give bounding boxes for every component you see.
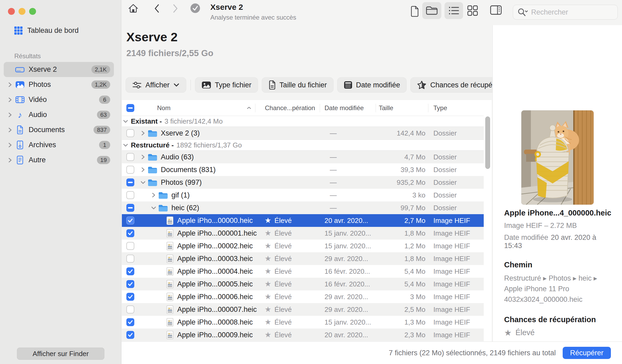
sidebar-item-vid-o[interactable]: Vidéo6 (4, 92, 114, 107)
row-checkbox[interactable] (126, 293, 134, 301)
video-icon (14, 96, 26, 103)
row-checkbox[interactable] (126, 229, 134, 237)
folder-row[interactable]: gif (1)—3 koDossier (122, 189, 484, 201)
group-row[interactable]: Restructuré -1892 fichiers/1,37 Go (122, 140, 484, 151)
sidebar-item-photos[interactable]: Photos1,2K (4, 77, 114, 92)
sidebar-item-documents[interactable]: Documents837 (4, 122, 114, 137)
chance-cell: ★Élevé (255, 318, 320, 326)
zoom-button[interactable] (29, 8, 36, 15)
row-checkbox[interactable] (126, 331, 134, 339)
chevron-down-icon[interactable] (150, 206, 157, 210)
row-checkbox[interactable] (126, 255, 134, 263)
file-row[interactable]: Apple iPho...000007.heic★Élevé29 avr. 20… (122, 303, 484, 316)
column-header-type[interactable]: Type (428, 103, 484, 113)
type-cell: Image HEIF (428, 318, 484, 326)
row-checkbox[interactable] (126, 191, 134, 199)
folder-row[interactable]: Audio (63)—4,7 MoDossier (122, 151, 484, 163)
chevron-right-icon[interactable] (6, 142, 14, 148)
sidebar-item-audio[interactable]: ♪Audio63 (4, 107, 114, 122)
folder-row[interactable]: Xserve 2 (3)—142,4 MoDossier (122, 127, 484, 140)
sidebar-item-dashboard[interactable]: Tableau de bord (14, 26, 79, 35)
chevron-right-icon[interactable] (140, 154, 146, 160)
filter-file-size-button[interactable]: Taille du fichier (262, 77, 334, 93)
row-checkbox[interactable] (126, 280, 134, 288)
photos-icon (14, 81, 26, 88)
chevron-right-icon[interactable] (6, 127, 14, 133)
date-cell: — (320, 204, 376, 212)
folder-row[interactable]: Documents (831)—39,3 MoDossier (122, 163, 484, 176)
chevron-right-icon[interactable] (140, 167, 146, 173)
column-header-size[interactable]: Taille (376, 103, 428, 113)
filter-file-type-button[interactable]: Type fichier (195, 77, 258, 93)
chevron-right-icon[interactable] (6, 82, 14, 88)
forward-button[interactable] (172, 3, 179, 14)
row-checkbox[interactable] (126, 153, 134, 161)
sidebar-item-archives[interactable]: Archives1 (4, 137, 114, 152)
chevron-right-icon[interactable] (6, 97, 14, 103)
panel-toggle-button[interactable] (490, 5, 502, 15)
file-row[interactable]: Apple iPho...00009.heic★Élevé20 avr. 202… (122, 329, 484, 341)
chance-cell: ★Élevé (255, 267, 320, 276)
row-checkbox[interactable] (126, 318, 134, 326)
row-checkbox[interactable] (126, 166, 134, 174)
file-row[interactable]: Apple iPho...000001.heic★Élevé15 janv. 2… (122, 227, 484, 240)
star-icon (417, 80, 426, 89)
results-section-label: Résultats (14, 52, 41, 60)
chevron-right-icon[interactable] (6, 112, 14, 118)
recover-button[interactable]: Récupérer (563, 347, 611, 359)
date-cell: 16 févr. 2020... (320, 267, 376, 276)
file-view-button[interactable] (410, 6, 419, 17)
group-row[interactable]: Existant -3 fichiers/142,4 Mo (122, 116, 484, 127)
row-checkbox[interactable] (126, 178, 134, 186)
file-row[interactable]: Apple iPho...00004.heic★Élevé16 févr. 20… (122, 265, 484, 278)
row-checkbox[interactable] (126, 204, 134, 212)
date-cell: 29 avr. 2020... (320, 293, 376, 301)
search-field[interactable]: Rechercher (513, 5, 618, 20)
row-checkbox[interactable] (126, 267, 134, 275)
file-row[interactable]: Apple iPho...00005.heic★Élevé16 févr. 20… (122, 278, 484, 290)
column-header-name[interactable]: Nom (122, 103, 255, 113)
minimize-button[interactable] (19, 8, 25, 15)
chevron-right-icon[interactable] (140, 130, 146, 136)
column-header-date[interactable]: Date modifiée (320, 103, 376, 113)
row-checkbox[interactable] (126, 129, 134, 137)
select-all-checkbox[interactable] (126, 104, 134, 112)
folder-view-button[interactable] (422, 2, 441, 19)
row-checkbox[interactable] (126, 242, 134, 250)
list-view-button[interactable] (445, 2, 463, 19)
file-row[interactable]: Apple iPho...00000.heic★Élevé20 avr. 202… (122, 214, 484, 227)
toolbar: Xserve 2 Analyse terminée avec succès Re… (121, 0, 622, 25)
file-row[interactable]: Apple iPho...00006.heic★Élevé29 avr. 202… (122, 290, 484, 303)
chevron-down-icon[interactable] (123, 143, 128, 147)
folder-row[interactable]: heic (62)—99,7 MoDossier (122, 201, 484, 214)
chevron-down-icon[interactable] (140, 181, 146, 184)
sidebar-item-autre[interactable]: Autre19 (4, 152, 114, 168)
table-scrollbar-thumb[interactable] (485, 116, 490, 169)
grid-view-button[interactable] (467, 5, 478, 16)
display-options-button[interactable]: Afficher (126, 77, 186, 93)
row-checkbox[interactable] (126, 217, 134, 224)
star-icon: ★ (265, 306, 271, 313)
chevron-right-icon[interactable] (6, 157, 14, 163)
column-header-chance[interactable]: Chance...pération (255, 103, 320, 113)
size-cell: 5,4 Mo (376, 280, 428, 288)
row-checkbox[interactable] (126, 305, 134, 313)
page-subtitle: 2149 fichiers/2,55 Go (126, 48, 213, 58)
folder-row[interactable]: Photos (997)—935,2 MoDossier (122, 176, 484, 189)
chance-cell: ★Élevé (255, 255, 320, 263)
filter-date-modified-button[interactable]: Date modifiée (337, 77, 407, 93)
back-button[interactable] (154, 3, 160, 14)
file-row[interactable]: Apple iPho...00003.heic★Élevé29 avr. 202… (122, 252, 484, 265)
close-button[interactable] (8, 8, 15, 15)
chevron-right-icon[interactable] (150, 192, 157, 198)
file-row[interactable]: Apple iPho...00002.heic★Élevé15 janv. 20… (122, 240, 484, 252)
date-cell: 16 févr. 2020... (320, 280, 376, 288)
home-button[interactable] (127, 3, 139, 14)
size-cell: 4,7 Mo (376, 153, 428, 161)
show-in-finder-button[interactable]: Afficher sur Finder (17, 348, 104, 360)
sidebar-item-xserve-2[interactable]: Xserve 22,1K (4, 62, 114, 77)
chevron-down-icon[interactable] (123, 119, 128, 123)
file-row[interactable]: Apple iPho...00008.heic★Élevé15 janv. 20… (122, 316, 484, 329)
preview-path-heading: Chemin (504, 260, 615, 269)
star-icon: ★ (504, 329, 512, 337)
